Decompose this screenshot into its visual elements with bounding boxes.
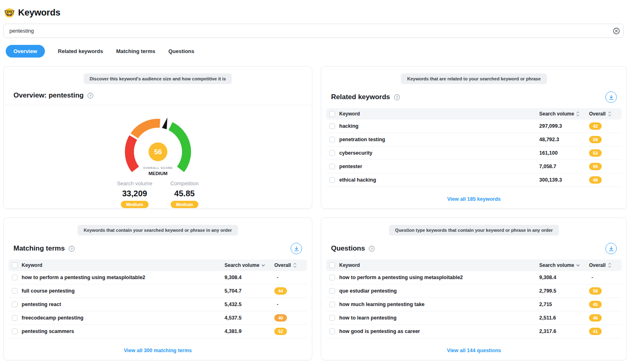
- row-checkbox[interactable]: [329, 328, 335, 334]
- column-header-volume[interactable]: Search volume: [539, 111, 574, 117]
- view-all-link[interactable]: View all 185 keywords: [447, 196, 500, 202]
- overall-score-badge: -: [274, 302, 278, 307]
- overall-score-badge: 59: [589, 136, 602, 143]
- stat-label: Search volume: [117, 180, 152, 186]
- overview-stats: Search volume 33,209 Medium Competition …: [4, 180, 312, 208]
- keyword-cell: que estudiar pentesting: [339, 288, 397, 294]
- table-row[interactable]: pentester 7,058.7 55: [326, 160, 622, 173]
- column-header-volume[interactable]: Search volume: [539, 262, 574, 268]
- row-checkbox[interactable]: [329, 275, 335, 280]
- column-header-overall[interactable]: Overall: [589, 111, 606, 117]
- circle-x-icon: [613, 27, 620, 35]
- download-icon: [609, 95, 614, 100]
- cards-grid: Discover this keyword's audience size an…: [3, 66, 624, 360]
- sort-icon[interactable]: [576, 111, 580, 117]
- related-keywords-table: Keyword Search volume Overall: [326, 108, 622, 187]
- row-checkbox[interactable]: [12, 288, 18, 294]
- row-checkbox[interactable]: [12, 275, 18, 280]
- select-all-checkbox[interactable]: [12, 262, 18, 268]
- table-row[interactable]: penetration testing 48,792.3 59: [326, 133, 622, 146]
- table-row[interactable]: freecodecamp pentesting 4,537.5 40: [9, 311, 307, 325]
- card-tooltip: Question type keywords that contain your…: [389, 225, 559, 235]
- table-row[interactable]: how good is pentesting as career 2,317.6…: [326, 325, 622, 338]
- row-checkbox[interactable]: [12, 302, 18, 307]
- volume-cell: 7,058.7: [539, 164, 556, 169]
- table-row[interactable]: how to perform a pentesting using metasp…: [326, 271, 622, 284]
- row-checkbox[interactable]: [329, 123, 335, 129]
- help-icon[interactable]: ?: [369, 246, 375, 252]
- stat-value: 33,209: [122, 189, 147, 198]
- tab-questions[interactable]: Questions: [168, 45, 194, 58]
- view-all-link[interactable]: View all 300 matching terms: [124, 348, 192, 353]
- volume-cell: 2,715: [539, 302, 552, 307]
- row-checkbox[interactable]: [12, 315, 18, 321]
- download-button[interactable]: [605, 243, 617, 254]
- card-tooltip: Discover this keyword's audience size an…: [84, 73, 232, 84]
- stat-level-badge: Medium: [171, 201, 198, 208]
- clear-search-button[interactable]: [611, 26, 622, 36]
- nerd-face-emoji-icon: 🤓: [4, 9, 15, 17]
- table-header: Keyword Search volume Overall: [9, 260, 307, 271]
- overall-score-badge: 45: [589, 301, 602, 308]
- stat-label: Competition: [170, 180, 198, 186]
- stat-value: 45.85: [174, 189, 195, 198]
- table-row[interactable]: ethical hacking 300,139.3 48: [326, 173, 622, 187]
- overview-card: Discover this keyword's audience size an…: [3, 66, 312, 209]
- tab-bar: Overview Related keywords Matching terms…: [6, 45, 621, 58]
- keyword-cell: full course pentesting: [22, 288, 75, 294]
- table-row[interactable]: how to perform a pentesting using metasp…: [9, 271, 307, 284]
- table-row[interactable]: how to learn pentesting 2,511.6 46: [326, 311, 622, 325]
- column-header-keyword[interactable]: Keyword: [339, 262, 360, 268]
- sort-icon[interactable]: [293, 262, 297, 268]
- row-checkbox[interactable]: [329, 164, 335, 169]
- chevron-down-icon[interactable]: [576, 264, 580, 267]
- table-row[interactable]: pentesting scammers 4,381.9 52: [9, 325, 307, 338]
- table-row[interactable]: pentesting react 5,432.5 -: [9, 298, 307, 311]
- row-checkbox[interactable]: [12, 328, 18, 334]
- tab-label: Matching terms: [116, 48, 155, 54]
- sort-icon[interactable]: [608, 262, 611, 268]
- column-header-keyword[interactable]: Keyword: [22, 262, 42, 268]
- tab-overview[interactable]: Overview: [6, 45, 45, 58]
- table-row[interactable]: hacking 297,099.3 42: [326, 120, 622, 133]
- column-header-overall[interactable]: Overall: [274, 262, 291, 268]
- overall-score-badge: 55: [589, 163, 602, 170]
- keyword-cell: hacking: [339, 123, 358, 129]
- help-icon[interactable]: ?: [69, 246, 75, 252]
- overall-score-badge: 58: [589, 287, 602, 295]
- row-checkbox[interactable]: [329, 302, 335, 307]
- card-title: Questions: [331, 244, 365, 253]
- tab-matching-terms[interactable]: Matching terms: [116, 45, 155, 58]
- tab-label: Overview: [13, 48, 37, 54]
- table-row[interactable]: que estudiar pentesting 2,799.5 58: [326, 284, 622, 298]
- column-header-keyword[interactable]: Keyword: [339, 111, 360, 117]
- row-checkbox[interactable]: [329, 137, 335, 142]
- help-icon[interactable]: ?: [87, 93, 93, 99]
- select-all-checkbox[interactable]: [329, 111, 335, 117]
- table-row[interactable]: full course pentesting 5,704.7 44: [9, 284, 307, 298]
- matching-terms-table: Keyword Search volume Overall: [9, 260, 307, 338]
- sort-icon[interactable]: [608, 111, 611, 117]
- column-header-overall[interactable]: Overall: [589, 262, 606, 268]
- row-checkbox[interactable]: [329, 177, 335, 183]
- column-header-volume[interactable]: Search volume: [225, 262, 259, 268]
- table-row[interactable]: cybersecurity 161,100 53: [326, 146, 622, 160]
- row-checkbox[interactable]: [329, 150, 335, 156]
- table-row[interactable]: how much learning pentesting take 2,715 …: [326, 298, 622, 311]
- help-icon[interactable]: ?: [394, 94, 400, 100]
- tab-label: Related keywords: [58, 48, 103, 54]
- row-checkbox[interactable]: [329, 315, 335, 321]
- view-all-link[interactable]: View all 144 questions: [447, 348, 501, 353]
- tab-label: Questions: [168, 48, 194, 54]
- download-button[interactable]: [291, 243, 302, 254]
- chevron-down-icon[interactable]: [261, 264, 265, 267]
- questions-table: Keyword Search volume Overall: [326, 260, 622, 338]
- select-all-checkbox[interactable]: [329, 262, 335, 268]
- tab-related-keywords[interactable]: Related keywords: [58, 45, 103, 58]
- row-checkbox[interactable]: [329, 288, 335, 294]
- svg-text:?: ?: [70, 246, 73, 251]
- volume-cell: 4,381.9: [225, 328, 242, 334]
- overall-score-badge: 44: [274, 287, 287, 295]
- download-button[interactable]: [605, 91, 617, 103]
- search-input[interactable]: [3, 24, 624, 38]
